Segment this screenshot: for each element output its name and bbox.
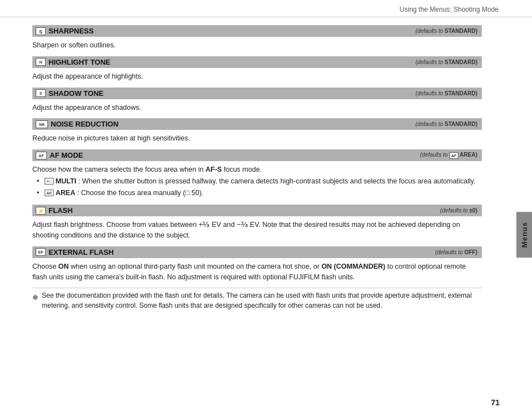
af-default: (defaults to AF AREA) xyxy=(420,152,477,158)
flash-body: Adjust flash brightness. Choose from val… xyxy=(32,219,482,243)
flash-default: (defaults to ±0) xyxy=(440,207,477,214)
sidebar-label: Menus xyxy=(520,222,529,248)
noise-title: NR NOISE REDUCTION xyxy=(36,120,118,128)
section-extflash-bar: EF EXTERNAL FLASH (defaults to OFF) xyxy=(32,246,482,258)
extflash-text: Choose ON when using an optional third-p… xyxy=(32,263,466,281)
flash-text: Adjust flash brightness. Choose from val… xyxy=(32,221,460,239)
highlight-body: Adjust the appearance of highlights. xyxy=(32,70,482,84)
af-title: AF AF MODE xyxy=(36,151,83,159)
noise-label: NOISE REDUCTION xyxy=(51,120,118,128)
main-content: S SHARPNESS (defaults to STANDARD) Sharp… xyxy=(0,17,515,317)
sharpness-label: SHARPNESS xyxy=(49,27,94,35)
noise-icon: NR xyxy=(36,120,48,128)
shadow-title: S SHADOW TONE xyxy=(36,89,104,98)
note-diamond-icon: ◆ xyxy=(32,291,38,303)
highlight-label: HIGHLIGHT TONE xyxy=(49,58,110,66)
area-label: AREA xyxy=(55,189,75,197)
af-intro: Choose how the camera selects the focus … xyxy=(32,166,262,173)
af-bullet-list: +□ MULTI : When the shutter button is pr… xyxy=(32,175,482,198)
af-bullet-multi: +□ MULTI : When the shutter button is pr… xyxy=(37,176,482,187)
af-default-icon: AF xyxy=(449,152,458,159)
highlight-default: (defaults to STANDARD) xyxy=(415,59,477,65)
sharpness-icon: S xyxy=(36,27,46,35)
page-header: Using the Menus: Shooting Mode xyxy=(0,0,532,17)
section-noise-bar: NR NOISE REDUCTION (defaults to STANDARD… xyxy=(32,118,482,130)
section-highlight-bar: H HIGHLIGHT TONE (defaults to STANDARD) xyxy=(32,56,482,68)
multi-label: MULTI xyxy=(55,177,76,185)
section-shadow-bar: S SHADOW TONE (defaults to STANDARD) xyxy=(32,88,482,99)
shadow-label: SHADOW TONE xyxy=(49,89,104,98)
multi-text: : When the shutter button is pressed hal… xyxy=(78,177,475,185)
af-label: AF MODE xyxy=(50,151,83,159)
page-footer: 71 xyxy=(491,398,500,407)
section-flash-bar: ⚡ FLASH (defaults to ±0) xyxy=(32,205,482,216)
highlight-text: Adjust the appearance of highlights. xyxy=(32,72,143,80)
shadow-icon: S xyxy=(36,89,46,97)
multi-icon: +□ xyxy=(45,178,54,185)
note-text: See the documentation provided with the … xyxy=(42,290,482,311)
shadow-body: Adjust the appearance of shadows. xyxy=(32,101,482,115)
af-bullet-area: AF AREA : Choose the focus area manually… xyxy=(37,188,482,198)
flash-title: ⚡ FLASH xyxy=(36,206,72,215)
shadow-default: (defaults to STANDARD) xyxy=(415,90,477,96)
section-af-bar: AF AF MODE (defaults to AF AREA) xyxy=(32,149,482,161)
note-block: ◆ See the documentation provided with th… xyxy=(32,288,482,313)
flash-label: FLASH xyxy=(49,206,72,215)
section-sharpness-bar: S SHARPNESS (defaults to STANDARD) xyxy=(32,25,482,37)
shadow-text: Adjust the appearance of shadows. xyxy=(32,104,141,111)
extflash-label: EXTERNAL FLASH xyxy=(49,248,114,256)
sidebar-tab: Menus xyxy=(516,212,532,258)
sharpness-text: Sharpen or soften outlines. xyxy=(32,41,115,49)
extflash-title: EF EXTERNAL FLASH xyxy=(36,248,114,256)
header-title: Using the Menus: Shooting Mode xyxy=(400,6,499,13)
sharpness-body: Sharpen or soften outlines. xyxy=(32,39,482,53)
flash-icon: ⚡ xyxy=(36,207,46,215)
sharpness-default: (defaults to STANDARD) xyxy=(415,28,477,34)
noise-default: (defaults to STANDARD) xyxy=(415,121,477,127)
sharpness-title: S SHARPNESS xyxy=(36,27,94,35)
extflash-body: Choose ON when using an optional third-p… xyxy=(32,260,482,285)
noise-body: Reduce noise in pictures taken at high s… xyxy=(32,132,482,146)
highlight-icon: H xyxy=(36,58,46,66)
af-icon: AF xyxy=(36,152,47,159)
noise-text: Reduce noise in pictures taken at high s… xyxy=(32,134,190,142)
af-body: Choose how the camera selects the focus … xyxy=(32,163,482,201)
extflash-default: (defaults to OFF) xyxy=(435,249,477,255)
page-number: 71 xyxy=(491,398,500,407)
area-icon: AF xyxy=(45,190,54,196)
highlight-title: H HIGHLIGHT TONE xyxy=(36,58,110,66)
extflash-icon: EF xyxy=(36,248,46,256)
area-text: : Choose the focus area manually (□ 50). xyxy=(77,189,203,197)
